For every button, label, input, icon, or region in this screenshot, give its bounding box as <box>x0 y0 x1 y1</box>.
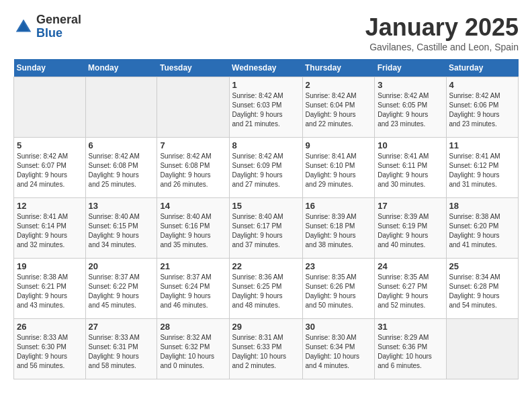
day-detail: Sunrise: 8:41 AM Sunset: 6:10 PM Dayligh… <box>306 152 372 189</box>
day-number: 15 <box>232 201 300 211</box>
calendar-cell: 15Sunrise: 8:40 AM Sunset: 6:17 PM Dayli… <box>229 198 302 259</box>
calendar-cell: 27Sunrise: 8:33 AM Sunset: 6:31 PM Dayli… <box>85 319 157 379</box>
calendar-cell: 25Sunrise: 8:34 AM Sunset: 6:28 PM Dayli… <box>446 259 519 319</box>
day-number: 9 <box>306 140 372 150</box>
day-number: 29 <box>232 322 300 332</box>
calendar-cell: 12Sunrise: 8:41 AM Sunset: 6:14 PM Dayli… <box>14 198 86 259</box>
day-detail: Sunrise: 8:40 AM Sunset: 6:16 PM Dayligh… <box>160 212 226 250</box>
day-detail: Sunrise: 8:35 AM Sunset: 6:26 PM Dayligh… <box>306 273 372 310</box>
day-detail: Sunrise: 8:40 AM Sunset: 6:17 PM Dayligh… <box>232 212 300 250</box>
page-header: General Blue January 2025 Gavilanes, Cas… <box>13 13 519 52</box>
calendar-cell: 21Sunrise: 8:37 AM Sunset: 6:24 PM Dayli… <box>157 259 229 319</box>
day-number: 2 <box>306 80 372 90</box>
calendar-cell <box>85 77 157 138</box>
days-header-row: SundayMondayTuesdayWednesdayThursdayFrid… <box>14 59 519 77</box>
day-detail: Sunrise: 8:42 AM Sunset: 6:03 PM Dayligh… <box>232 91 300 129</box>
day-detail: Sunrise: 8:34 AM Sunset: 6:28 PM Dayligh… <box>449 273 516 310</box>
day-detail: Sunrise: 8:41 AM Sunset: 6:11 PM Dayligh… <box>378 152 443 189</box>
calendar-cell: 3Sunrise: 8:42 AM Sunset: 6:05 PM Daylig… <box>375 77 446 138</box>
calendar-cell: 6Sunrise: 8:42 AM Sunset: 6:08 PM Daylig… <box>85 138 157 198</box>
day-detail: Sunrise: 8:36 AM Sunset: 6:25 PM Dayligh… <box>232 273 300 310</box>
day-detail: Sunrise: 8:42 AM Sunset: 6:08 PM Dayligh… <box>160 152 226 189</box>
calendar-cell: 7Sunrise: 8:42 AM Sunset: 6:08 PM Daylig… <box>157 138 229 198</box>
day-header-sunday: Sunday <box>14 59 86 77</box>
day-detail: Sunrise: 8:42 AM Sunset: 6:09 PM Dayligh… <box>232 152 300 189</box>
day-number: 30 <box>306 322 372 332</box>
calendar-cell: 9Sunrise: 8:41 AM Sunset: 6:10 PM Daylig… <box>302 138 375 198</box>
day-number: 12 <box>17 201 83 211</box>
calendar-cell: 23Sunrise: 8:35 AM Sunset: 6:26 PM Dayli… <box>302 259 375 319</box>
title-section: January 2025 Gavilanes, Castille and Leo… <box>365 13 519 52</box>
day-header-saturday: Saturday <box>446 59 519 77</box>
calendar-cell: 5Sunrise: 8:42 AM Sunset: 6:07 PM Daylig… <box>14 138 86 198</box>
month-title: January 2025 <box>365 13 519 42</box>
day-number: 22 <box>232 261 300 271</box>
calendar-cell: 22Sunrise: 8:36 AM Sunset: 6:25 PM Dayli… <box>229 259 302 319</box>
day-detail: Sunrise: 8:42 AM Sunset: 6:06 PM Dayligh… <box>449 91 516 129</box>
calendar-cell: 13Sunrise: 8:40 AM Sunset: 6:15 PM Dayli… <box>85 198 157 259</box>
week-row-1: 1Sunrise: 8:42 AM Sunset: 6:03 PM Daylig… <box>14 77 519 138</box>
day-number: 13 <box>89 201 154 211</box>
week-row-3: 12Sunrise: 8:41 AM Sunset: 6:14 PM Dayli… <box>14 198 519 259</box>
day-header-monday: Monday <box>85 59 157 77</box>
day-number: 28 <box>160 322 226 332</box>
day-detail: Sunrise: 8:31 AM Sunset: 6:33 PM Dayligh… <box>232 333 300 371</box>
day-number: 3 <box>378 80 443 90</box>
day-detail: Sunrise: 8:33 AM Sunset: 6:30 PM Dayligh… <box>17 333 83 371</box>
day-detail: Sunrise: 8:38 AM Sunset: 6:20 PM Dayligh… <box>449 212 516 250</box>
calendar-cell: 29Sunrise: 8:31 AM Sunset: 6:33 PM Dayli… <box>229 319 302 379</box>
day-number: 23 <box>306 261 372 271</box>
day-detail: Sunrise: 8:42 AM Sunset: 6:07 PM Dayligh… <box>17 152 83 189</box>
day-header-thursday: Thursday <box>302 59 375 77</box>
calendar-cell: 8Sunrise: 8:42 AM Sunset: 6:09 PM Daylig… <box>229 138 302 198</box>
day-number: 11 <box>449 140 516 150</box>
day-number: 14 <box>160 201 226 211</box>
calendar-cell: 4Sunrise: 8:42 AM Sunset: 6:06 PM Daylig… <box>446 77 519 138</box>
day-detail: Sunrise: 8:42 AM Sunset: 6:05 PM Dayligh… <box>378 91 443 129</box>
day-number: 25 <box>449 261 516 271</box>
day-number: 26 <box>17 322 83 332</box>
calendar-cell: 18Sunrise: 8:38 AM Sunset: 6:20 PM Dayli… <box>446 198 519 259</box>
calendar-cell: 19Sunrise: 8:38 AM Sunset: 6:21 PM Dayli… <box>14 259 86 319</box>
day-detail: Sunrise: 8:41 AM Sunset: 6:14 PM Dayligh… <box>17 212 83 250</box>
calendar-table: SundayMondayTuesdayWednesdayThursdayFrid… <box>13 59 519 379</box>
logo-icon <box>13 17 34 37</box>
day-detail: Sunrise: 8:30 AM Sunset: 6:34 PM Dayligh… <box>306 333 372 371</box>
day-detail: Sunrise: 8:35 AM Sunset: 6:27 PM Dayligh… <box>378 273 443 310</box>
day-detail: Sunrise: 8:40 AM Sunset: 6:15 PM Dayligh… <box>89 212 154 250</box>
day-number: 8 <box>232 140 300 150</box>
calendar-cell: 1Sunrise: 8:42 AM Sunset: 6:03 PM Daylig… <box>229 77 302 138</box>
day-number: 5 <box>17 140 83 150</box>
day-detail: Sunrise: 8:42 AM Sunset: 6:04 PM Dayligh… <box>306 91 372 129</box>
calendar-cell <box>14 77 86 138</box>
logo: General Blue <box>13 13 81 40</box>
day-number: 24 <box>378 261 443 271</box>
day-number: 20 <box>89 261 154 271</box>
day-number: 17 <box>378 201 443 211</box>
location-subtitle: Gavilanes, Castille and Leon, Spain <box>365 42 519 52</box>
day-header-wednesday: Wednesday <box>229 59 302 77</box>
calendar-cell <box>446 319 519 379</box>
calendar-cell: 17Sunrise: 8:39 AM Sunset: 6:19 PM Dayli… <box>375 198 446 259</box>
day-number: 10 <box>378 140 443 150</box>
day-detail: Sunrise: 8:38 AM Sunset: 6:21 PM Dayligh… <box>17 273 83 310</box>
day-detail: Sunrise: 8:29 AM Sunset: 6:36 PM Dayligh… <box>378 333 443 371</box>
day-detail: Sunrise: 8:39 AM Sunset: 6:19 PM Dayligh… <box>378 212 443 250</box>
day-detail: Sunrise: 8:33 AM Sunset: 6:31 PM Dayligh… <box>89 333 154 371</box>
day-detail: Sunrise: 8:37 AM Sunset: 6:24 PM Dayligh… <box>160 273 226 310</box>
day-number: 1 <box>232 80 300 90</box>
day-number: 18 <box>449 201 516 211</box>
week-row-5: 26Sunrise: 8:33 AM Sunset: 6:30 PM Dayli… <box>14 319 519 379</box>
day-detail: Sunrise: 8:37 AM Sunset: 6:22 PM Dayligh… <box>89 273 154 310</box>
calendar-cell: 31Sunrise: 8:29 AM Sunset: 6:36 PM Dayli… <box>375 319 446 379</box>
calendar-cell: 24Sunrise: 8:35 AM Sunset: 6:27 PM Dayli… <box>375 259 446 319</box>
calendar-cell: 28Sunrise: 8:32 AM Sunset: 6:32 PM Dayli… <box>157 319 229 379</box>
day-detail: Sunrise: 8:41 AM Sunset: 6:12 PM Dayligh… <box>449 152 516 189</box>
day-number: 4 <box>449 80 516 90</box>
day-number: 6 <box>89 140 154 150</box>
day-header-tuesday: Tuesday <box>157 59 229 77</box>
week-row-4: 19Sunrise: 8:38 AM Sunset: 6:21 PM Dayli… <box>14 259 519 319</box>
day-number: 7 <box>160 140 226 150</box>
calendar-cell: 20Sunrise: 8:37 AM Sunset: 6:22 PM Dayli… <box>85 259 157 319</box>
calendar-cell: 11Sunrise: 8:41 AM Sunset: 6:12 PM Dayli… <box>446 138 519 198</box>
